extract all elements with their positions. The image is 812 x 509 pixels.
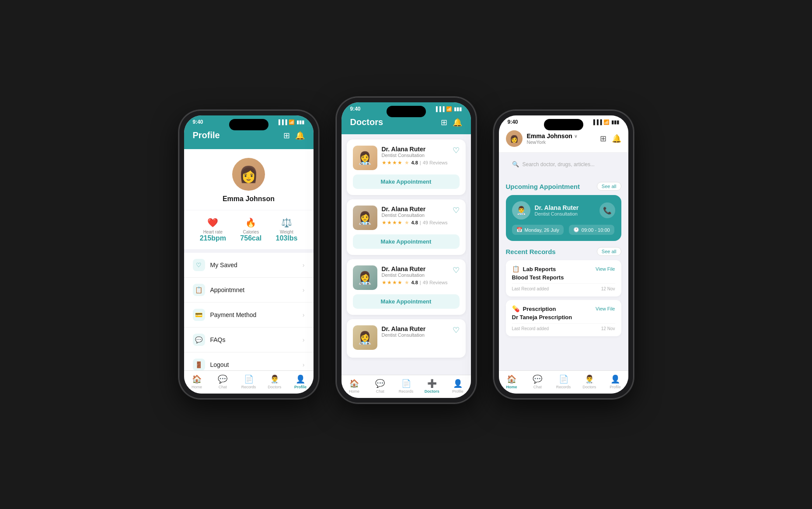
profile-title: Profile <box>193 130 220 140</box>
dynamic-island-1 <box>229 119 268 130</box>
nav-profile-3[interactable]: 👤 Profile <box>602 374 628 389</box>
prescription-icon: 💊 <box>512 305 519 312</box>
call-button[interactable]: 📞 <box>599 202 615 218</box>
menu-appointment[interactable]: 📋 Appointmnet › <box>184 278 314 303</box>
records-list: 📋 Lab Reports View File Blood Test Repor… <box>506 260 621 336</box>
view-file-1[interactable]: View File <box>596 266 615 272</box>
appointment-card: 👨‍⚕️ Dr. Alana Ruter Dentist Consultatio… <box>506 195 621 241</box>
favorite-btn-4[interactable]: ♡ <box>453 325 460 335</box>
appt-doc-info: Dr. Alana Ruter Dentist Consultation <box>535 204 595 216</box>
doctor-rating-2: ★★★★★ 4.8 | 49 Reviews <box>382 220 448 226</box>
bell-icon-2[interactable]: 🔔 <box>453 118 462 127</box>
home-user-name: Emma Johnson <box>527 132 572 139</box>
nav-home-2[interactable]: 🏠 Home <box>342 379 367 394</box>
make-appointment-btn-2[interactable]: Make Appointment <box>353 234 460 249</box>
doctor-rating-1: ★★★★★ 4.8 | 49 Reviews <box>382 160 448 166</box>
bell-icon-3[interactable]: 🔔 <box>612 134 621 143</box>
view-file-2[interactable]: View File <box>596 306 615 311</box>
menu-payment[interactable]: 💳 Payment Method › <box>184 303 314 328</box>
doctor-info-2: Dr. Alana Ruter Dentist Consultation ★★★… <box>382 206 448 226</box>
record-footer-1: Last Record added 12 Nov <box>512 283 615 291</box>
weight-value: 103lbs <box>276 234 298 242</box>
clock-icon: 🕐 <box>573 227 579 233</box>
time-3: 9:40 <box>508 119 518 125</box>
doctors-list: 👩‍⚕️ Dr. Alana Ruter Dentist Consultatio… <box>342 134 471 375</box>
profile-header-icons: ⊞ 🔔 <box>283 131 305 140</box>
nav-doctors-2[interactable]: ➕ Doctors <box>419 379 445 394</box>
heart-value: 215bpm <box>200 234 226 242</box>
records-see-all[interactable]: See all <box>597 247 621 256</box>
faq-icon: 💬 <box>193 334 205 346</box>
records-section-title: Recent Records <box>506 248 556 255</box>
nav-profile-2[interactable]: 👤 Profile <box>445 379 470 394</box>
favorite-btn-3[interactable]: ♡ <box>453 265 460 275</box>
menu-logout[interactable]: 🚪 Logout › <box>184 352 314 370</box>
calories-icon: 🔥 <box>240 217 261 228</box>
appointment-section-header: Upcoming Appointment See all <box>506 182 621 191</box>
dynamic-island-3 <box>544 119 583 130</box>
nav-chat-1[interactable]: 💬 Chat <box>210 374 236 389</box>
nav-home-3[interactable]: 🏠 Home <box>499 374 525 389</box>
make-appointment-btn-1[interactable]: Make Appointment <box>353 174 460 189</box>
heart-icon: ❤️ <box>200 217 226 228</box>
menu-saved[interactable]: ♡ My Saved › <box>184 253 314 278</box>
grid-icon-3[interactable]: ⊞ <box>600 134 606 143</box>
home-avatar: 👩 <box>506 130 523 147</box>
search-icon: 🔍 <box>512 161 519 167</box>
doctor-info-3: Dr. Alana Ruter Dentist Consultation ★★★… <box>382 265 448 286</box>
bell-icon-1[interactable]: 🔔 <box>295 131 305 140</box>
payment-icon: 💳 <box>193 309 205 321</box>
nav-doctors-1[interactable]: 👨‍⚕️ Doctors <box>261 374 287 389</box>
avatar-section: 👩 Emma Johnson <box>184 149 314 210</box>
doctor-name-3: Dr. Alana Ruter <box>382 265 448 272</box>
record-card-1: 📋 Lab Reports View File Blood Test Repor… <box>506 260 621 296</box>
search-placeholder: Search doctor, drugs, articles... <box>523 161 595 167</box>
profile-avatar: 👩 <box>232 158 265 191</box>
nav-records-2[interactable]: 📄 Records <box>393 379 419 394</box>
search-bar[interactable]: 🔍 Search doctor, drugs, articles... <box>506 157 621 171</box>
appointment-see-all[interactable]: See all <box>597 182 621 191</box>
doctor-specialty-1: Dentist Consultation <box>382 153 448 158</box>
appt-details: 📅 Monday, 26 July 🕐 09:00 - 10:00 <box>512 225 615 235</box>
dynamic-island-2 <box>387 106 426 117</box>
nav-chat-3[interactable]: 💬 Chat <box>525 374 551 389</box>
calendar-icon: 📅 <box>516 227 523 233</box>
record-card-2: 💊 Prescription View File Dr Taneja Presc… <box>506 300 621 336</box>
nav-profile-1[interactable]: 👤 Profile <box>287 374 313 389</box>
arrow-icon-4: › <box>303 336 305 343</box>
doctor-specialty-3: Dentist Consultation <box>382 272 448 278</box>
grid-icon-2[interactable]: ⊞ <box>441 118 447 127</box>
records-section-header: Recent Records See all <box>506 247 621 256</box>
home-header-icons: ⊞ 🔔 <box>600 134 621 143</box>
favorite-btn-1[interactable]: ♡ <box>453 146 460 155</box>
doctor-info-1: Dr. Alana Ruter Dentist Consultation ★★★… <box>382 146 448 166</box>
nav-doctors-3[interactable]: 👨‍⚕️ Doctors <box>576 374 602 389</box>
payment-label: Payment Method <box>210 311 303 318</box>
weight-label: Weight <box>276 230 298 234</box>
make-appointment-btn-3[interactable]: Make Appointment <box>353 294 460 309</box>
bottom-nav-2: 🏠 Home 💬 Chat 📄 Records ➕ Doctors 👤 <box>342 375 471 398</box>
nav-home-1[interactable]: 🏠 Home <box>184 374 210 389</box>
doctor-avatar-1: 👩‍⚕️ <box>353 146 377 170</box>
calories-value: 756cal <box>240 234 261 242</box>
arrow-icon-5: › <box>303 361 305 368</box>
nav-records-3[interactable]: 📄 Records <box>551 374 576 389</box>
user-name-row: Emma Johnson ∨ <box>527 132 577 139</box>
bottom-nav-1: 🏠 Home 💬 Chat 📄 Records 👨‍⚕️ Doctors 👤 <box>184 370 314 394</box>
doctor-card-1: 👩‍⚕️ Dr. Alana Ruter Dentist Consultatio… <box>347 139 466 195</box>
doctor-avatar-2: 👩‍⚕️ <box>353 206 377 230</box>
appointment-icon: 📋 <box>193 284 205 296</box>
grid-icon-1[interactable]: ⊞ <box>283 131 290 140</box>
nav-records-1[interactable]: 📄 Records <box>236 374 261 389</box>
appt-doc-specialty: Dentist Consultation <box>535 211 595 216</box>
favorite-btn-2[interactable]: ♡ <box>453 206 460 215</box>
doctors-title: Doctors <box>350 117 383 127</box>
arrow-icon: › <box>303 261 305 268</box>
menu-faq[interactable]: 💬 FAQs › <box>184 328 314 352</box>
nav-chat-2[interactable]: 💬 Chat <box>367 379 393 394</box>
doctor-name-4: Dr. Alana Ruter <box>382 325 448 332</box>
menu-list: ♡ My Saved › 📋 Appointmnet › 💳 Payment M… <box>184 253 314 370</box>
stat-calories: 🔥 Calories 756cal <box>240 217 261 242</box>
doctor-avatar-4: 👩‍⚕️ <box>353 325 377 350</box>
doctors-header-icons: ⊞ 🔔 <box>441 118 462 127</box>
